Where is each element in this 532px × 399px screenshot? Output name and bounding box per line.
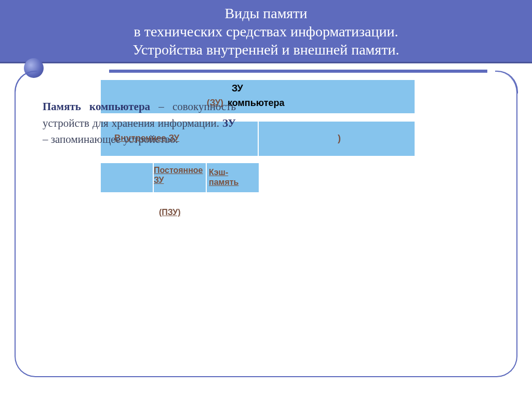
external-paren: ) <box>338 133 341 144</box>
slide-title: Виды памяти в технических средствах инфо… <box>0 0 532 63</box>
root-label-line1: ЗУ <box>232 83 243 94</box>
term-memory: Память компьютера <box>43 100 150 113</box>
diagram-external-box <box>259 122 415 156</box>
title-line1: Виды памяти <box>225 5 308 21</box>
rom-link[interactable]: Постоянное ЗУ <box>154 165 196 185</box>
title-line2: в технических средствах информатизации. <box>134 23 398 39</box>
diagram-ram-box <box>101 163 153 192</box>
body-paragraph: Память компьютера – совокупность устройс… <box>43 99 236 148</box>
title-line3: Устройства внутренней и внешней памяти. <box>133 42 400 58</box>
cache-link[interactable]: Кэш-память <box>209 167 257 187</box>
pzu-link[interactable]: (ПЗУ) <box>159 208 181 217</box>
root-label-line2: компьютера <box>228 98 285 109</box>
term-zu: ЗУ <box>222 117 236 129</box>
